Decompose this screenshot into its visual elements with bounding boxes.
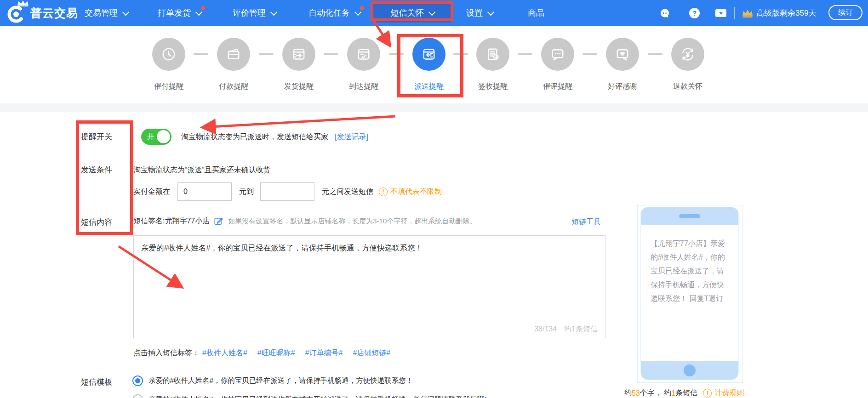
sms-content-box: 亲爱的#收件人姓名#，你的宝贝已经在派送了，请保持手机畅通，方便快递联系您！ 3…: [133, 235, 605, 338]
template-section-label: 短信模板: [81, 377, 112, 387]
nav-item-trade-management[interactable]: 交易管理: [85, 0, 127, 26]
brand-name: 普云交易: [30, 6, 78, 21]
help-icon[interactable]: ?: [689, 8, 700, 18]
nav-item-print-ship[interactable]: 打单发货: [158, 0, 213, 26]
nav-item-products[interactable]: 商品: [528, 0, 544, 26]
chevron-down-icon: [122, 8, 130, 16]
shipping-box-icon: [291, 46, 307, 63]
brand-logo[interactable]: 普云交易: [6, 0, 78, 26]
notification-dot: [360, 6, 364, 10]
step-connector: [194, 53, 208, 55]
tag-shop-shortlink[interactable]: #店铺短链#: [353, 348, 390, 358]
phone-bottom-bezel: [641, 361, 738, 380]
signature-text: 短信签名:尤翔宇77小店: [133, 216, 210, 226]
arrival-box-icon: [355, 46, 372, 63]
amount-mid-label: 元到: [239, 187, 254, 197]
shortlink-tool-link[interactable]: 短链工具: [571, 217, 601, 227]
notification-dot: [201, 6, 205, 10]
tag-order-number[interactable]: #订单编号#: [305, 348, 343, 358]
condition-text: 淘宝物流状态为“派送”且买家还未确认收货: [133, 165, 271, 175]
step-shipping-reminder[interactable]: [282, 38, 315, 71]
condition-section-label: 发送条件: [81, 165, 112, 175]
radio-selected[interactable]: [132, 375, 143, 386]
edit-signature-icon[interactable]: [213, 216, 223, 226]
step-connector: [324, 53, 338, 55]
template-text: 亲爱的#收件人姓名#，你的宝贝已经到达你所在城市开始派送了，请保持手机畅通，任何…: [148, 395, 486, 398]
warning-icon: !: [703, 389, 712, 398]
template-option-row: 亲爱的#收件人姓名#，你的宝贝已经到达你所在城市开始派送了，请保持手机畅通，任何…: [132, 394, 486, 398]
char-count-value: 53: [632, 389, 640, 398]
signature-help-text: 如果没有设置签名，默认显示店铺名称，长度为3-10个字符，超出系统自动删除。: [228, 217, 476, 226]
sms-count-value: 1: [671, 389, 675, 398]
content-section-label: 短信内容: [81, 217, 112, 227]
step-review-urge-reminder[interactable]: [541, 38, 574, 71]
amount-prefix-label: 实付金额在: [133, 187, 170, 197]
annotation-arrow-to-toggle: [203, 116, 395, 127]
radio-unselected[interactable]: [132, 394, 143, 398]
step-arrival-reminder[interactable]: [347, 38, 380, 71]
nav-item-automation-tasks[interactable]: 自动化任务: [308, 0, 372, 26]
caption-text: 约: [624, 388, 632, 398]
warning-icon: !: [379, 188, 388, 196]
sms-preview-text: 【尤翔宇77小店】亲爱的#收件人姓名#，你的宝贝已经在派送了，请保持手机畅通，方…: [641, 230, 738, 312]
step-connector: [389, 53, 404, 55]
switch-section-label: 提醒开关: [81, 131, 112, 142]
signed-doc-icon: [485, 46, 501, 63]
clock-icon: [160, 46, 177, 63]
sms-content-textarea[interactable]: 亲爱的#收件人姓名#，你的宝贝已经在派送了，请保持手机畅通，方便快递联系您！: [134, 236, 605, 338]
nav-item-sms-care-active[interactable]: 短信关怀: [373, 3, 451, 23]
phone-speaker: [679, 214, 700, 218]
step-connector: [648, 53, 662, 55]
step-sign-reminder[interactable]: [476, 38, 509, 71]
step-connector: [453, 53, 468, 55]
amount-suffix-label: 元之间发送短信: [322, 187, 373, 197]
tag-recipient-name[interactable]: #收件人姓名#: [202, 348, 247, 358]
nav-item-review-management[interactable]: 评价管理: [233, 0, 275, 26]
customer-service-icon[interactable]: [659, 8, 670, 21]
step-connector: [259, 53, 274, 55]
step-praise-thanks[interactable]: [606, 38, 639, 71]
chevron-down-icon: [428, 8, 435, 16]
amount-to-input[interactable]: [260, 182, 314, 201]
praise-heart-icon: [614, 46, 631, 63]
step-payment-urge-reminder[interactable]: [152, 38, 185, 71]
template-text: 亲爱的#收件人姓名#，你的宝贝已经在派送了，请保持手机畅通，方便快递联系您！: [148, 376, 413, 386]
wallet-icon: [225, 46, 242, 63]
template-option-row: 亲爱的#收件人姓名#，你的宝贝已经在派送了，请保持手机畅通，方便快递联系您！: [132, 375, 413, 386]
dispatch-box-icon: [421, 46, 437, 63]
step-connector: [518, 53, 532, 55]
toggle-knob: [157, 130, 170, 143]
reminder-toggle-on[interactable]: 开: [141, 129, 171, 145]
step-payment-reminder[interactable]: [217, 38, 250, 71]
coupon-ticket-icon[interactable]: ★: [715, 9, 726, 17]
amount-from-input[interactable]: [177, 182, 232, 201]
chevron-down-icon: [487, 8, 495, 16]
send-log-link[interactable]: [发送记录]: [335, 132, 368, 142]
sms-care-dispatch-reminder-page: 普云交易 交易管理 打单发货 评价管理 自动化任务 短信关怀 设置 商品 ? ★…: [0, 0, 868, 398]
tags-label: 点击插入短信标签：: [133, 348, 200, 358]
brand-swirl-icon: [6, 5, 26, 24]
tag-wangwang-nickname[interactable]: #旺旺昵称#: [257, 348, 295, 358]
billing-rules-link[interactable]: 计费规则: [714, 388, 744, 398]
switch-description: 淘宝物流状态变为已派送时，发送短信给买家: [181, 132, 328, 142]
divider: [734, 7, 735, 19]
nav-item-settings[interactable]: 设置: [466, 0, 492, 26]
caption-text: 个字， 约: [640, 388, 671, 398]
step-refund-care[interactable]: [671, 38, 704, 71]
top-navigation-bar: 普云交易 交易管理 打单发货 评价管理 自动化任务 短信关怀 设置 商品 ? ★…: [0, 0, 868, 26]
refund-icon: [680, 46, 696, 63]
vip-crown-icon: [742, 9, 754, 18]
renew-button[interactable]: 续订: [828, 5, 862, 20]
phone-mockup: 【尤翔宇77小店】亲爱的#收件人姓名#，你的宝贝已经在派送了，请保持手机畅通，方…: [640, 207, 739, 380]
amount-warning-text: 不填代表不限制: [390, 187, 442, 197]
chevron-down-icon: [270, 8, 278, 16]
brand-crown-icon: [17, 0, 29, 6]
review-bubble-icon: [549, 46, 566, 63]
char-counter: 38/134 约1条短信: [534, 324, 598, 334]
phone-top-bezel: [641, 207, 738, 225]
caption-text: 条短信: [675, 388, 697, 398]
phone-home-button: [684, 364, 696, 376]
step-connector: [582, 53, 597, 55]
step-dispatch-reminder[interactable]: [412, 38, 445, 71]
section-divider-band: [0, 103, 868, 112]
